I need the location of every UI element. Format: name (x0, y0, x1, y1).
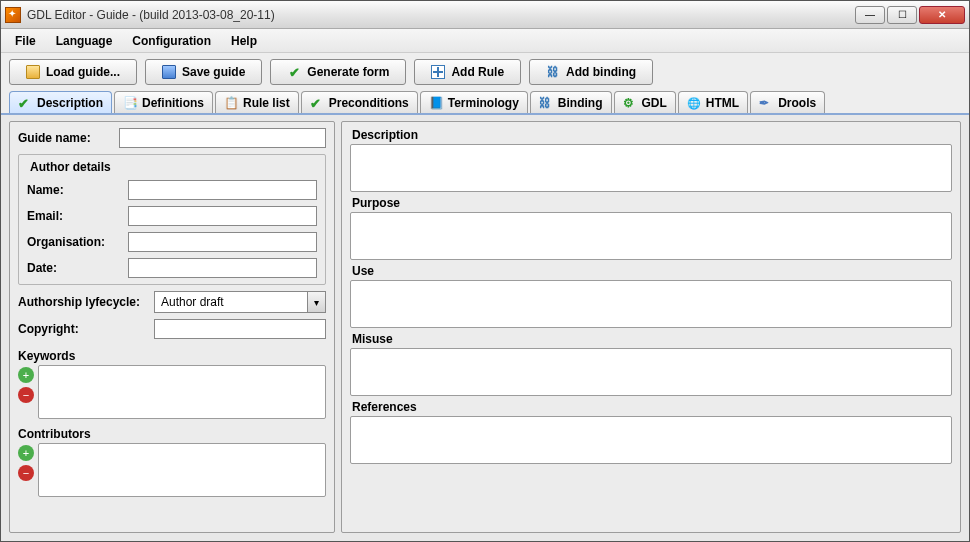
tab-html[interactable]: HTML (678, 91, 748, 113)
tab-gdl[interactable]: GDL (614, 91, 676, 113)
folder-icon (26, 65, 40, 79)
misuse-textarea[interactable] (350, 348, 952, 396)
html-icon (687, 96, 701, 110)
chevron-down-icon[interactable] (307, 292, 325, 312)
tab-drools-label: Drools (778, 96, 816, 110)
left-pane: Guide name: Author details Name: Email: … (9, 121, 335, 533)
tab-gdl-label: GDL (642, 96, 667, 110)
purpose-section-label: Purpose (352, 196, 952, 210)
lifecycle-value: Author draft (155, 295, 307, 309)
author-details-fieldset: Author details Name: Email: Organisation… (18, 154, 326, 285)
remove-keyword-button[interactable]: − (18, 387, 34, 403)
close-button[interactable]: ✕ (919, 6, 965, 24)
keywords-row: + − (18, 365, 326, 419)
save-guide-button[interactable]: Save guide (145, 59, 262, 85)
misuse-section-label: Misuse (352, 332, 952, 346)
tab-preconditions-label: Preconditions (329, 96, 409, 110)
keywords-list[interactable] (38, 365, 326, 419)
date-label: Date: (27, 261, 122, 275)
app-window: GDL Editor - Guide - (build 2013-03-08_2… (0, 0, 970, 542)
drools-icon (759, 96, 773, 110)
tab-rule-list[interactable]: Rule list (215, 91, 299, 113)
rule-list-icon (224, 96, 238, 110)
author-details-legend: Author details (27, 160, 114, 174)
tab-description-label: Description (37, 96, 103, 110)
terminology-icon (429, 96, 443, 110)
tab-rule-list-label: Rule list (243, 96, 290, 110)
tab-binding-label: Binding (558, 96, 603, 110)
check-icon (18, 96, 32, 110)
organisation-input[interactable] (128, 232, 317, 252)
toolbar: Load guide... Save guide Generate form A… (1, 53, 969, 91)
tab-terminology-label: Terminology (448, 96, 519, 110)
tab-definitions-label: Definitions (142, 96, 204, 110)
tab-binding[interactable]: Binding (530, 91, 612, 113)
add-binding-label: Add binding (566, 65, 636, 79)
references-section-label: References (352, 400, 952, 414)
menu-help[interactable]: Help (223, 31, 265, 51)
add-binding-button[interactable]: Add binding (529, 59, 653, 85)
tab-definitions[interactable]: Definitions (114, 91, 213, 113)
load-guide-button[interactable]: Load guide... (9, 59, 137, 85)
email-label: Email: (27, 209, 122, 223)
generate-form-label: Generate form (307, 65, 389, 79)
description-textarea[interactable] (350, 144, 952, 192)
save-guide-label: Save guide (182, 65, 245, 79)
maximize-button[interactable]: ☐ (887, 6, 917, 24)
right-pane: Description Purpose Use Misuse Reference… (341, 121, 961, 533)
organisation-label: Organisation: (27, 235, 122, 249)
titlebar: GDL Editor - Guide - (build 2013-03-08_2… (1, 1, 969, 29)
tab-drools[interactable]: Drools (750, 91, 825, 113)
check-icon (310, 96, 324, 110)
lifecycle-label: Authorship lyfecycle: (18, 295, 148, 309)
contributors-row: + − (18, 443, 326, 497)
email-input[interactable] (128, 206, 317, 226)
name-label: Name: (27, 183, 122, 197)
name-input[interactable] (128, 180, 317, 200)
keywords-label: Keywords (18, 349, 326, 363)
gdl-icon (623, 96, 637, 110)
contributors-list[interactable] (38, 443, 326, 497)
contributors-label: Contributors (18, 427, 326, 441)
guide-name-label: Guide name: (18, 131, 113, 145)
description-section-label: Description (352, 128, 952, 142)
purpose-textarea[interactable] (350, 212, 952, 260)
load-guide-label: Load guide... (46, 65, 120, 79)
minimize-button[interactable]: — (855, 6, 885, 24)
guide-name-input[interactable] (119, 128, 326, 148)
app-icon (5, 7, 21, 23)
window-title: GDL Editor - Guide - (build 2013-03-08_2… (27, 8, 855, 22)
lifecycle-dropdown[interactable]: Author draft (154, 291, 326, 313)
definitions-icon (123, 96, 137, 110)
date-input[interactable] (128, 258, 317, 278)
check-icon (287, 65, 301, 79)
copyright-input[interactable] (154, 319, 326, 339)
references-textarea[interactable] (350, 416, 952, 464)
menubar: File Language Configuration Help (1, 29, 969, 53)
tab-description[interactable]: Description (9, 91, 112, 113)
remove-contributor-button[interactable]: − (18, 465, 34, 481)
link-icon (539, 96, 553, 110)
add-rule-label: Add Rule (451, 65, 504, 79)
tab-preconditions[interactable]: Preconditions (301, 91, 418, 113)
menu-language[interactable]: Language (48, 31, 121, 51)
disk-icon (162, 65, 176, 79)
link-icon (546, 65, 560, 79)
add-keyword-button[interactable]: + (18, 367, 34, 383)
menu-file[interactable]: File (7, 31, 44, 51)
add-contributor-button[interactable]: + (18, 445, 34, 461)
tab-html-label: HTML (706, 96, 739, 110)
menu-configuration[interactable]: Configuration (124, 31, 219, 51)
content-area: Guide name: Author details Name: Email: … (1, 115, 969, 541)
generate-form-button[interactable]: Generate form (270, 59, 406, 85)
plus-icon (431, 65, 445, 79)
use-textarea[interactable] (350, 280, 952, 328)
tab-terminology[interactable]: Terminology (420, 91, 528, 113)
tabstrip: Description Definitions Rule list Precon… (1, 91, 969, 115)
window-controls: — ☐ ✕ (855, 6, 965, 24)
use-section-label: Use (352, 264, 952, 278)
add-rule-button[interactable]: Add Rule (414, 59, 521, 85)
copyright-label: Copyright: (18, 322, 148, 336)
